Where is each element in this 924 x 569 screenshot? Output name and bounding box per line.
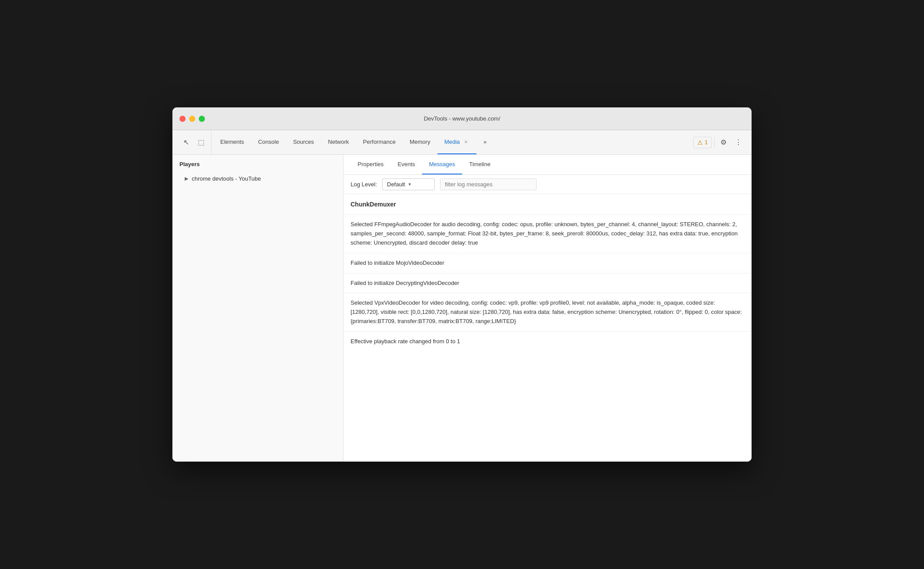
close-button[interactable] [179, 116, 186, 122]
title-bar: DevTools - www.youtube.com/ [172, 107, 752, 130]
sidebar-item-youtube[interactable]: ▶ chrome devtools - YouTube [172, 172, 343, 185]
subtab-properties[interactable]: Properties [351, 155, 390, 174]
warning-icon: ⚠ [697, 139, 703, 146]
sidebar-header: Players [172, 155, 343, 172]
message-text: Selected FFmpegAudioDecoder for audio de… [351, 221, 738, 246]
message-text: ChunkDemuxer [351, 201, 396, 208]
more-options-button[interactable]: ⋮ [732, 136, 745, 149]
cursor-icon: ↖ [183, 138, 189, 146]
message-row: ChunkDemuxer [344, 194, 752, 215]
tab-console[interactable]: Console [251, 130, 286, 154]
sidebar-item-label: chrome devtools - YouTube [192, 175, 261, 182]
filter-log-input[interactable] [440, 178, 537, 190]
toolbar-tabs: Elements Console Sources Network Perform… [213, 130, 690, 154]
messages-list: ChunkDemuxer Selected FFmpegAudioDecoder… [344, 194, 752, 462]
sub-tabs: Properties Events Messages Timeline [344, 155, 752, 175]
maximize-button[interactable] [199, 116, 205, 122]
message-row: Selected FFmpegAudioDecoder for audio de… [344, 215, 752, 253]
main-content: Players ▶ chrome devtools - YouTube Prop… [172, 155, 752, 462]
toolbar-icons: ↖ ⬚ [176, 130, 211, 154]
tab-sources[interactable]: Sources [286, 130, 321, 154]
log-level-label: Log Level: [351, 181, 377, 188]
message-row: Selected VpxVideoDecoder for video decod… [344, 293, 752, 331]
tab-network[interactable]: Network [321, 130, 356, 154]
minimize-button[interactable] [189, 116, 195, 122]
expand-arrow-icon: ▶ [185, 176, 188, 181]
inspect-tool-button[interactable]: ⬚ [194, 136, 208, 149]
warning-count: 1 [705, 139, 708, 146]
tab-performance[interactable]: Performance [356, 130, 402, 154]
panel: Properties Events Messages Timeline Log … [344, 155, 752, 462]
divider [714, 137, 715, 148]
message-row: Failed to initialize DecryptingVideoDeco… [344, 274, 752, 294]
subtab-messages[interactable]: Messages [422, 155, 462, 174]
message-row: Effective playback rate changed from 0 t… [344, 332, 752, 352]
toolbar-right: ⚠ 1 ⚙ ⋮ [690, 130, 748, 154]
window-title: DevTools - www.youtube.com/ [424, 115, 500, 122]
traffic-lights [179, 116, 205, 122]
message-text: Failed to initialize MojoVideoDecoder [351, 260, 444, 266]
log-level-select[interactable]: Default ▾ [382, 178, 435, 190]
devtools-window: DevTools - www.youtube.com/ ↖ ⬚ Elements… [172, 107, 752, 462]
subtab-timeline[interactable]: Timeline [462, 155, 498, 174]
message-text: Failed to initialize DecryptingVideoDeco… [351, 280, 459, 286]
message-row: Failed to initialize MojoVideoDecoder [344, 253, 752, 274]
tab-elements[interactable]: Elements [213, 130, 251, 154]
tab-memory[interactable]: Memory [403, 130, 437, 154]
log-level-value: Default [387, 181, 405, 188]
warning-badge[interactable]: ⚠ 1 [693, 137, 712, 148]
more-tabs-button[interactable]: » [476, 130, 494, 154]
sidebar: Players ▶ chrome devtools - YouTube [172, 155, 344, 462]
more-tabs-icon: » [483, 139, 487, 145]
filter-bar: Log Level: Default ▾ [344, 175, 752, 194]
settings-button[interactable]: ⚙ [717, 136, 730, 149]
dropdown-arrow-icon: ▾ [408, 181, 411, 187]
message-text: Effective playback rate changed from 0 t… [351, 338, 460, 345]
settings-icon: ⚙ [720, 138, 727, 146]
more-options-icon: ⋮ [735, 138, 742, 146]
tab-media[interactable]: Media × [437, 130, 476, 154]
inspect-icon: ⬚ [198, 138, 204, 146]
cursor-tool-button[interactable]: ↖ [179, 136, 193, 149]
toolbar: ↖ ⬚ Elements Console Sources Network Per… [172, 130, 752, 155]
subtab-events[interactable]: Events [390, 155, 422, 174]
tab-media-close[interactable]: × [462, 139, 469, 146]
message-text: Selected VpxVideoDecoder for video decod… [351, 299, 742, 324]
